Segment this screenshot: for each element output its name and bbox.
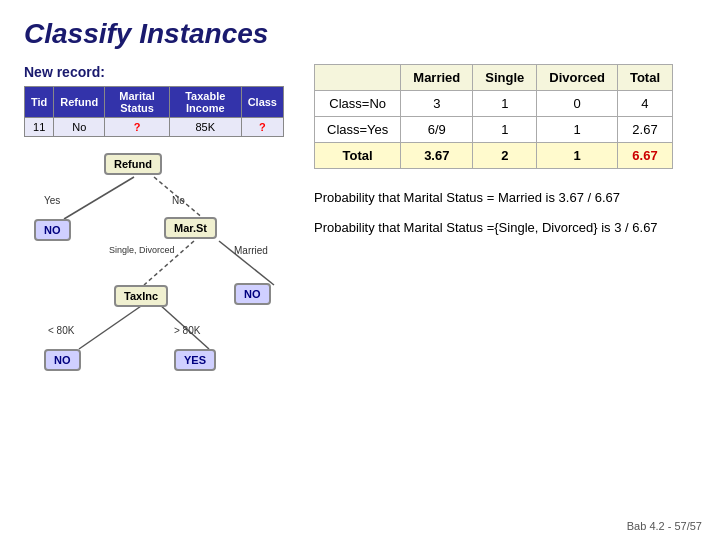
svg-line-3 <box>79 304 144 349</box>
row-total-divorced: 1 <box>537 143 618 169</box>
col-divorced: Divorced <box>537 65 618 91</box>
probability-box: Probability that Marital Status = Marrie… <box>314 187 673 247</box>
no-branch-label: No <box>172 195 185 206</box>
tree-leaf-yes: YES <box>174 349 216 371</box>
single-divorced-label: Single, Divorced <box>109 245 175 255</box>
row-total-total: 6.67 <box>617 143 672 169</box>
col-marital: Marital Status <box>105 87 170 118</box>
classification-table: Married Single Divorced Total Class=No 3… <box>314 64 673 169</box>
row-classyes-divorced: 1 <box>537 117 618 143</box>
prob-text1: Probability that Marital Status = Marrie… <box>314 187 673 209</box>
record-table: Tid Refund Marital Status Taxable Income… <box>24 86 284 137</box>
cell-taxable: 85K <box>169 118 241 137</box>
row-classno-label: Class=No <box>315 91 401 117</box>
col-tid: Tid <box>25 87 54 118</box>
col-married: Married <box>401 65 473 91</box>
tree-node-taxinc: TaxInc <box>114 285 168 307</box>
tree-svg <box>24 149 284 369</box>
col-empty <box>315 65 401 91</box>
row-classno-divorced: 0 <box>537 91 618 117</box>
right-panel: Married Single Divorced Total Class=No 3… <box>314 64 673 247</box>
col-single: Single <box>473 65 537 91</box>
married-label: Married <box>234 245 268 256</box>
col-total: Total <box>617 65 672 91</box>
row-classyes-total: 2.67 <box>617 117 672 143</box>
row-classyes-label: Class=Yes <box>315 117 401 143</box>
decision-tree: Refund Yes No NO Mar.St Single, Divorced <box>24 149 284 369</box>
row-classno-total: 4 <box>617 91 672 117</box>
tree-leaf-no2: NO <box>44 349 81 371</box>
cell-refund: No <box>54 118 105 137</box>
cell-marital: ? <box>105 118 170 137</box>
row-classno-single: 1 <box>473 91 537 117</box>
tree-leaf-no1: NO <box>34 219 71 241</box>
page-title: Classify Instances <box>24 18 696 50</box>
row-total-married: 3.67 <box>401 143 473 169</box>
lt80k-label: < 80K <box>48 325 74 336</box>
row-total-single: 2 <box>473 143 537 169</box>
page-number: Bab 4.2 - 57/57 <box>627 520 702 532</box>
tree-node-refund: Refund <box>104 153 162 175</box>
row-total-label: Total <box>315 143 401 169</box>
cell-class: ? <box>241 118 283 137</box>
cell-tid: 11 <box>25 118 54 137</box>
yes-branch-label: Yes <box>44 195 60 206</box>
row-classyes-single: 1 <box>473 117 537 143</box>
col-taxable: Taxable Income <box>169 87 241 118</box>
gt80k-label: > 80K <box>174 325 200 336</box>
col-class: Class <box>241 87 283 118</box>
tree-node-marst: Mar.St <box>164 217 217 239</box>
prob-text2: Probability that Marital Status ={Single… <box>314 217 673 239</box>
col-refund: Refund <box>54 87 105 118</box>
svg-line-0 <box>64 177 134 219</box>
row-classyes-married: 6/9 <box>401 117 473 143</box>
row-classno-married: 3 <box>401 91 473 117</box>
new-record-label: New record: <box>24 64 284 80</box>
tree-leaf-no3: NO <box>234 283 271 305</box>
page: Classify Instances New record: Tid Refun… <box>0 0 720 540</box>
left-panel: New record: Tid Refund Marital Status Ta… <box>24 64 284 369</box>
